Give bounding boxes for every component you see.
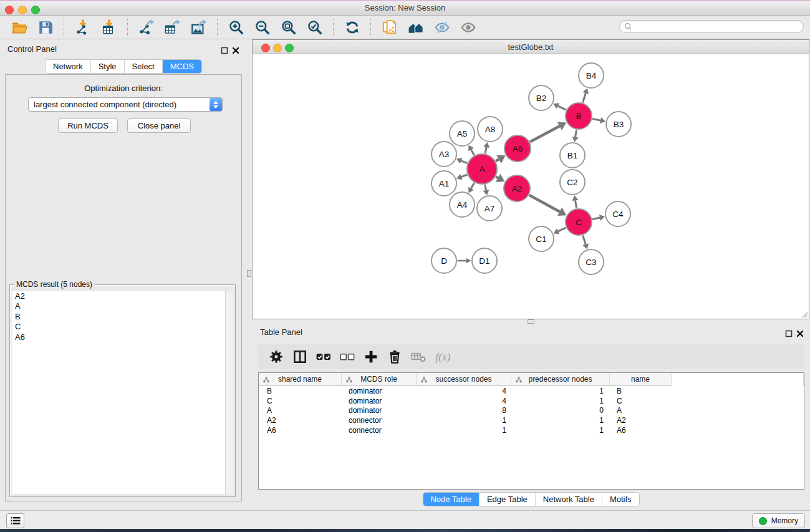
cell-MCDS-role[interactable]: connector xyxy=(342,426,417,435)
float-panel-icon[interactable] xyxy=(221,46,228,53)
close-panel-button[interactable]: Close panel xyxy=(127,118,191,133)
column-header-name[interactable]: name xyxy=(610,373,672,386)
table-row[interactable]: Bdominator41B xyxy=(259,386,804,396)
minimize-network-button[interactable] xyxy=(273,44,282,52)
select-all-icon[interactable] xyxy=(314,347,333,366)
memory-button[interactable]: Memory xyxy=(752,513,805,528)
tab-network[interactable]: Network xyxy=(46,60,91,73)
optimization-criterion-select[interactable]: largest connected component (directed) xyxy=(28,97,223,112)
cell-shared-name[interactable]: B xyxy=(259,387,342,395)
window-controls[interactable] xyxy=(5,6,40,14)
tab-node-table[interactable]: Node Table xyxy=(423,493,480,506)
horizontal-split-grip[interactable] xyxy=(528,319,534,324)
tab-select[interactable]: Select xyxy=(125,60,163,73)
cell-predecessor-nodes[interactable]: 1 xyxy=(511,387,610,395)
tab-motifs[interactable]: Motifs xyxy=(602,493,639,506)
cell-predecessor-nodes[interactable]: 1 xyxy=(511,397,610,405)
result-item[interactable]: B xyxy=(12,312,226,322)
cell-name[interactable]: C xyxy=(610,397,672,405)
mcds-result-list[interactable]: A2ABCA6 xyxy=(12,291,226,494)
deselect-all-icon[interactable] xyxy=(338,347,357,366)
column-header-MCDS-role[interactable]: MCDS role xyxy=(342,373,417,386)
cell-shared-name[interactable]: A xyxy=(259,406,342,415)
export-network-icon[interactable] xyxy=(137,17,157,37)
zoom-selected-icon[interactable] xyxy=(305,17,325,37)
zoom-in-icon[interactable] xyxy=(226,17,246,37)
refresh-network-icon[interactable] xyxy=(342,17,362,37)
column-layout-icon[interactable] xyxy=(291,347,309,366)
cell-shared-name[interactable]: A6 xyxy=(259,426,342,435)
cell-predecessor-nodes[interactable]: 0 xyxy=(511,406,610,415)
vertical-split-grip[interactable] xyxy=(247,270,251,277)
tab-mcds[interactable]: MCDS xyxy=(163,60,201,73)
search-input[interactable] xyxy=(633,21,803,32)
cell-name[interactable]: A6 xyxy=(610,426,672,435)
export-table-icon[interactable] xyxy=(163,17,183,37)
zoom-fit-icon[interactable] xyxy=(279,17,299,37)
cell-name[interactable]: A2 xyxy=(610,416,672,425)
window-resize-corner[interactable] xyxy=(801,311,808,318)
network-view-window: testGlobe.txt B4B2BB3A8A5A6A3B1AC2A1A2A4… xyxy=(252,39,809,319)
table-row[interactable]: Adominator80A xyxy=(259,406,804,416)
table-row[interactable]: A2connector11A2 xyxy=(259,415,804,425)
run-mcds-button[interactable]: Run MCDS xyxy=(58,118,118,133)
cell-MCDS-role[interactable]: connector xyxy=(342,416,417,425)
column-header-predecessor-nodes[interactable]: predecessor nodes xyxy=(511,373,610,386)
network-window-controls[interactable] xyxy=(261,44,294,52)
mcds-result-title: MCDS result (5 nodes) xyxy=(14,280,95,289)
table-row[interactable]: A6connector11A6 xyxy=(259,425,804,435)
cell-predecessor-nodes[interactable]: 1 xyxy=(511,426,610,435)
minimize-window-button[interactable] xyxy=(18,6,27,14)
cell-predecessor-nodes[interactable]: 1 xyxy=(511,416,610,425)
zoom-network-button[interactable] xyxy=(285,44,294,52)
close-network-button[interactable] xyxy=(261,44,270,52)
save-session-icon[interactable] xyxy=(36,17,55,37)
attribute-gear-icon[interactable] xyxy=(267,347,286,366)
graph-node-label: A xyxy=(479,165,485,174)
tab-edge-table[interactable]: Edge Table xyxy=(480,493,536,506)
hide-graphics-details-icon[interactable] xyxy=(432,17,452,37)
cell-successor-nodes[interactable]: 1 xyxy=(417,416,511,425)
table-row[interactable]: Cdominator41C xyxy=(259,396,804,406)
float-table-panel-icon[interactable] xyxy=(785,329,793,336)
task-history-button[interactable] xyxy=(6,513,24,528)
close-panel-icon[interactable] xyxy=(232,46,239,53)
column-header-shared-name[interactable]: shared name xyxy=(259,373,342,386)
cell-name[interactable]: A xyxy=(610,406,672,415)
open-file-icon[interactable] xyxy=(9,17,29,37)
tab-style[interactable]: Style xyxy=(91,60,125,73)
cell-MCDS-role[interactable]: dominator xyxy=(342,406,417,415)
zoom-out-icon[interactable] xyxy=(253,17,272,37)
export-image-icon[interactable] xyxy=(189,17,209,37)
result-item[interactable]: A6 xyxy=(12,332,226,342)
import-table-icon[interactable] xyxy=(99,17,119,37)
cell-shared-name[interactable]: A2 xyxy=(259,416,342,425)
result-item[interactable]: A2 xyxy=(12,291,226,301)
zoom-window-button[interactable] xyxy=(31,6,40,14)
select-stepper-icon xyxy=(210,98,222,111)
search-box[interactable] xyxy=(619,20,804,33)
home-icon[interactable] xyxy=(406,17,426,37)
network-document-icon[interactable] xyxy=(380,17,400,37)
cell-shared-name[interactable]: C xyxy=(259,397,342,405)
cell-name[interactable]: B xyxy=(610,387,672,395)
cell-successor-nodes[interactable]: 4 xyxy=(417,397,511,405)
cell-MCDS-role[interactable]: dominator xyxy=(342,387,417,395)
close-window-button[interactable] xyxy=(5,6,14,14)
cell-successor-nodes[interactable]: 8 xyxy=(417,406,511,415)
cell-MCDS-role[interactable]: dominator xyxy=(342,397,417,405)
network-canvas[interactable]: B4B2BB3A8A5A6A3B1AC2A1A2A4A7C4CC1C3DD1 xyxy=(253,54,809,319)
delete-column-icon[interactable] xyxy=(385,347,404,366)
tab-network-table[interactable]: Network Table xyxy=(536,493,602,506)
column-header-successor-nodes[interactable]: successor nodes xyxy=(417,373,511,386)
import-network-icon[interactable] xyxy=(73,17,93,37)
close-table-panel-icon[interactable] xyxy=(796,329,804,336)
result-item[interactable]: C xyxy=(12,322,226,332)
add-column-icon[interactable] xyxy=(362,347,380,366)
cell-successor-nodes[interactable]: 4 xyxy=(417,387,511,395)
show-graphics-details-icon[interactable] xyxy=(458,17,478,37)
result-scrollbar[interactable] xyxy=(225,291,233,494)
app-titlebar: Session: New Session xyxy=(0,1,810,16)
result-item[interactable]: A xyxy=(12,301,226,311)
cell-successor-nodes[interactable]: 1 xyxy=(417,426,511,435)
